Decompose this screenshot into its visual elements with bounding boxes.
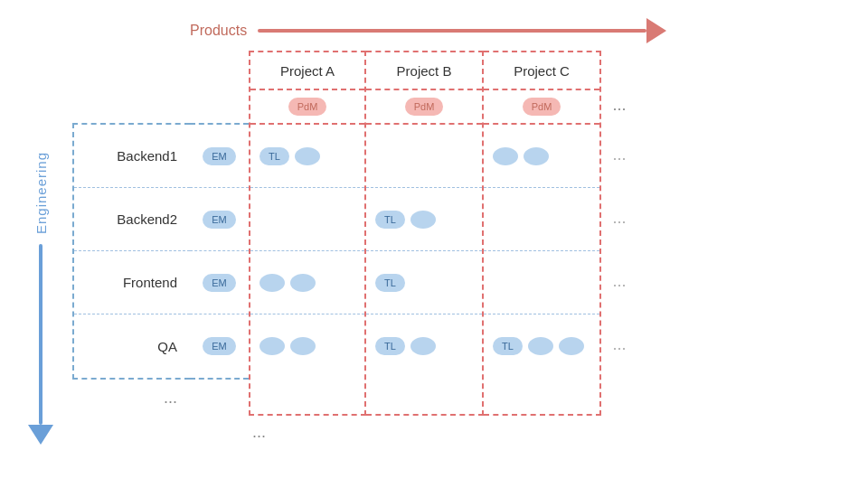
em-badge-backend2: EM — [203, 211, 236, 229]
products-arrow-row: Products — [190, 18, 850, 43]
team-label-backend1: Backend1 — [74, 125, 190, 188]
project-c-qa-cell: TL — [484, 314, 599, 378]
project-c-pdm: PdM — [484, 89, 599, 125]
project-a-qa-cell — [250, 314, 364, 378]
project-c-header: Project C — [484, 52, 599, 89]
team-label-qa: QA — [74, 314, 190, 378]
em-col: EM EM EM EM — [190, 51, 249, 416]
pdm-badge-a: PdM — [288, 98, 327, 116]
tl-c-qa: TL — [493, 337, 523, 355]
project-c-backend1-cell — [484, 125, 599, 188]
em-header-spacer — [190, 51, 249, 123]
team-labels-box: Backend1 Backend2 Frontend QA — [72, 123, 190, 380]
team-label-frontend: Frontend — [74, 251, 190, 314]
em-cell-qa: EM — [190, 314, 249, 378]
tl-a-backend1: TL — [259, 147, 289, 165]
project-c-frontend-cell — [484, 251, 599, 314]
project-b-qa-cell: TL — [366, 314, 482, 378]
engineering-arrow-container: Engineering — [28, 152, 53, 444]
dot-a-qa2 — [290, 337, 316, 355]
dot-a-f2 — [290, 274, 316, 292]
pdm-badge-c: PdM — [523, 98, 561, 116]
project-a-col: Project A PdM TL — [249, 51, 366, 416]
dot-b-b2-1 — [410, 211, 436, 229]
dot-b-qa1 — [410, 337, 436, 355]
pdm-badge-b: PdM — [405, 98, 444, 116]
em-cell-frontend: EM — [190, 251, 249, 314]
em-cell-backend2: EM — [190, 188, 249, 251]
dot-c-b1-2 — [524, 147, 549, 165]
tl-b-frontend: TL — [375, 274, 405, 292]
engineering-arrow-shaft — [39, 244, 42, 425]
team-label-backend2: Backend2 — [74, 188, 190, 251]
em-badge-qa: EM — [203, 337, 236, 355]
dot-a-qa1 — [259, 337, 285, 355]
main-container: Engineering Products Backend1 — [0, 0, 868, 488]
products-arrow-head — [646, 18, 666, 43]
project-c-col: Project C PdM TL — [484, 51, 601, 416]
em-badge-frontend: EM — [203, 274, 236, 292]
project-a-pdm: PdM — [250, 89, 364, 125]
em-badge-backend1: EM — [203, 147, 236, 165]
project-b-backend2-cell: TL — [366, 188, 482, 251]
more-b1-dots: ... — [601, 123, 637, 186]
tl-b-backend2: TL — [375, 211, 405, 229]
dot-c-qa2 — [559, 337, 584, 355]
project-b-header: Project B — [366, 52, 482, 89]
dot-c-b1-1 — [493, 147, 518, 165]
dot-a-b1-1 — [295, 147, 320, 165]
em-cells-box: EM EM EM EM — [190, 123, 249, 380]
content-area: Products Backend1 Backend2 — [72, 18, 850, 442]
engineering-axis: Engineering — [18, 145, 63, 452]
dot-a-f1 — [259, 274, 285, 292]
project-b-pdm: PdM — [366, 89, 482, 125]
more-projects-col: ... ... ... ... ... — [601, 51, 637, 416]
project-a-backend2-cell — [250, 188, 364, 251]
more-header-space — [601, 51, 637, 87]
engineering-arrow-head — [28, 425, 53, 445]
project-a-backend1-cell: TL — [250, 125, 364, 188]
project-b-backend1-cell — [366, 125, 482, 188]
team-bottom-dots: ... — [249, 416, 266, 442]
project-b-col: Project B PdM TL TL TL — [366, 51, 484, 416]
project-a-header: Project A — [250, 52, 364, 89]
more-b2-dots: ... — [601, 186, 637, 249]
engineering-label: Engineering — [33, 152, 49, 234]
bottom-more-row: ... — [249, 416, 850, 442]
more-qa-dots: ... — [601, 313, 637, 376]
em-cell-backend1: EM — [190, 125, 249, 188]
products-arrow-container — [258, 18, 666, 43]
project-a-frontend-cell — [250, 251, 364, 314]
products-label: Products — [190, 23, 247, 39]
project-c-backend2-cell — [484, 188, 599, 251]
team-more-dots: ... — [72, 380, 190, 416]
tl-b-qa: TL — [375, 337, 405, 355]
project-b-frontend-cell: TL — [366, 251, 482, 314]
team-labels-col: Backend1 Backend2 Frontend QA ... — [72, 51, 190, 416]
more-pdm-dots: ... — [601, 87, 637, 123]
products-arrow-shaft — [258, 29, 646, 33]
grid-wrapper: Backend1 Backend2 Frontend QA ... — [72, 51, 850, 416]
dot-c-qa1 — [528, 337, 553, 355]
more-fe-dots: ... — [601, 249, 637, 313]
header-spacer — [72, 51, 190, 123]
